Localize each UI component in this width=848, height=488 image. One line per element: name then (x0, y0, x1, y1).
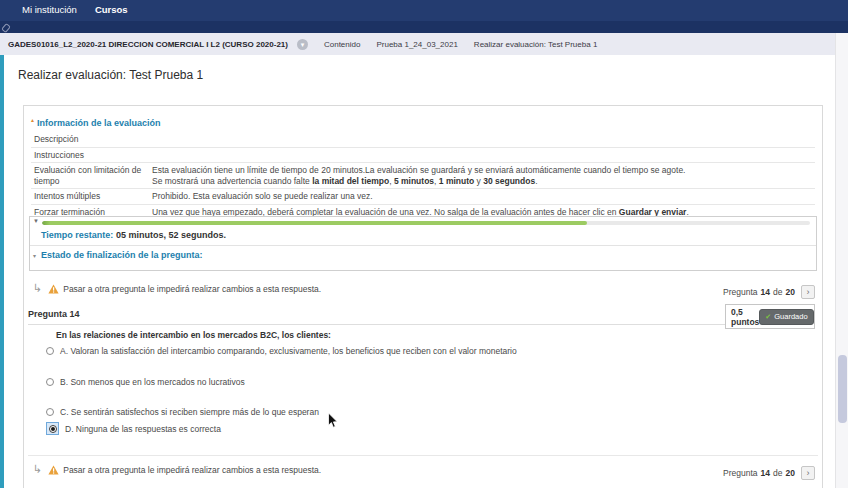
breadcrumb: GADES01016_L2_2020-21 DIRECCION COMERCIA… (0, 33, 848, 55)
navbar-secondary-row (0, 21, 848, 33)
total-questions: 20 (786, 468, 795, 478)
scrollbar-thumb[interactable] (838, 355, 847, 423)
radio-button[interactable] (46, 378, 54, 386)
warning-icon (48, 284, 59, 294)
next-question-button[interactable]: › (801, 466, 815, 480)
navigation-warning-top: ↳ Pasar a otra pregunta le impedirá real… (33, 283, 321, 294)
chevron-down-icon: ▾ (301, 41, 305, 48)
question-pagination-top: Pregunta 14 de 20 › (723, 285, 815, 299)
warning-text: Pasar a otra pregunta le impedirá realiz… (63, 284, 321, 294)
option-label: A. Valoran la satisfacción del intercamb… (60, 346, 517, 356)
question-completion-status-toggle[interactable]: Estado de finalización de la pregunta: (41, 250, 203, 260)
navbar-tabs: Mi institución Cursos (22, 4, 128, 15)
answer-option-d[interactable]: D. Ninguna de las respuestas es correcta (46, 422, 221, 435)
radio-button[interactable] (46, 408, 54, 416)
table-row: Instrucciones (31, 148, 815, 164)
next-question-button[interactable]: › (801, 285, 815, 299)
time-progress-track (42, 221, 810, 225)
breadcrumb-course-name: GADES01016_L2_2020-21 DIRECCION COMERCIA… (8, 40, 288, 49)
question-text: En las relaciones de intercambio en los … (56, 330, 331, 340)
course-menu-button[interactable]: ▾ (297, 39, 308, 50)
timer-progress-fill (42, 221, 587, 225)
answer-option-c[interactable]: C. Se sentirán satisfechos si reciben si… (46, 407, 319, 417)
assessment-panel: ▲Información de la evaluación Descripció… (23, 105, 823, 488)
collapse-timer-icon[interactable]: ▼ (33, 218, 39, 224)
timer-panel: ▼ Tiempo restante: 05 minutos, 52 segund… (29, 216, 817, 271)
divider (28, 455, 818, 456)
check-icon: ✔ (765, 313, 771, 320)
current-question-number: 14 (761, 468, 770, 478)
branch-arrow-icon: ↳ (33, 283, 42, 294)
points-box: 0,5 puntos ✔ Guardado (725, 304, 815, 329)
table-row: Evaluación con limitación de tiempo Esta… (31, 163, 815, 189)
saved-button[interactable]: ✔ Guardado (759, 309, 813, 325)
table-row: Intentos múltiples Prohibido. Esta evalu… (31, 189, 815, 205)
section-marker-icon: ▲ (30, 117, 35, 123)
info-section-heading: ▲Información de la evaluación (30, 117, 161, 128)
breadcrumb-item-contenido[interactable]: Contenido (324, 40, 360, 49)
collapse-status-icon[interactable]: ▾ (33, 252, 36, 259)
question-header: Pregunta 14 (28, 309, 738, 325)
total-questions: 20 (786, 287, 795, 297)
tab-mi-institucion[interactable]: Mi institución (22, 4, 77, 15)
page-title: Realizar evaluación: Test Prueba 1 (18, 68, 203, 82)
current-question-number: 14 (761, 287, 770, 297)
accent-left-stripe (0, 55, 4, 488)
time-remaining: Tiempo restante: 05 minutos, 52 segundos… (41, 230, 226, 240)
answer-option-a[interactable]: A. Valoran la satisfacción del intercamb… (46, 346, 517, 356)
option-label: D. Ninguna de las respuestas es correcta (65, 424, 221, 434)
points-label: 0,5 puntos (731, 307, 759, 327)
breadcrumb-item-current: Realizar evaluación: Test Prueba 1 (474, 40, 597, 49)
option-label: C. Se sentirán satisfechos si reciben si… (60, 407, 319, 417)
warning-text: Pasar a otra pregunta le impedirá realiz… (63, 465, 321, 475)
tab-cursos[interactable]: Cursos (95, 4, 128, 15)
divider (30, 245, 816, 246)
option-label: B. Son menos que en los mercados no lucr… (60, 377, 245, 387)
answer-option-b[interactable]: B. Son menos que en los mercados no lucr… (46, 377, 245, 387)
navigation-warning-bottom: ↳ Pasar a otra pregunta le impedirá real… (33, 464, 321, 475)
branch-arrow-icon: ↳ (33, 464, 42, 475)
table-row: Descripción (31, 132, 815, 148)
breadcrumb-item-prueba[interactable]: Prueba 1_24_03_2021 (376, 40, 457, 49)
warning-icon (48, 465, 59, 475)
radio-button[interactable] (46, 347, 54, 355)
question-pagination-bottom: Pregunta 14 de 20 › (723, 466, 815, 480)
radio-focus-ring (46, 422, 59, 435)
top-navbar: Mi institución Cursos (0, 0, 848, 33)
